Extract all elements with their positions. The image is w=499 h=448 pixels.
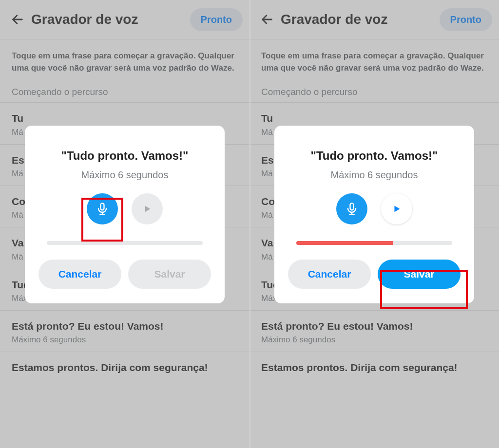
record-modal: "Tudo pronto. Vamos!" Máximo 6 segundos (274, 126, 474, 303)
play-button[interactable] (381, 193, 412, 224)
modal-max: Máximo 6 segundos (81, 169, 169, 181)
svg-rect-1 (101, 203, 104, 210)
play-button (132, 193, 163, 224)
microphone-icon (345, 202, 359, 216)
svg-rect-6 (350, 203, 354, 210)
play-icon (391, 204, 402, 214)
record-button[interactable] (336, 193, 367, 224)
record-modal: "Tudo pronto. Vamos!" Máximo 6 segundos (25, 126, 225, 303)
modal-phrase: "Tudo pronto. Vamos!" (61, 149, 189, 163)
record-button[interactable] (87, 193, 118, 224)
record-progress (296, 241, 452, 245)
svg-marker-4 (145, 206, 150, 212)
cancel-button[interactable]: Cancelar (288, 260, 371, 289)
save-button[interactable]: Salvar (378, 260, 461, 289)
right-screenshot: Gravador de voz Pronto Toque em uma fras… (250, 0, 499, 448)
save-button: Salvar (128, 260, 211, 289)
play-icon (142, 204, 153, 214)
record-progress (47, 241, 203, 245)
svg-marker-9 (394, 206, 400, 212)
left-screenshot: Gravador de voz Pronto Toque em uma fras… (0, 0, 250, 448)
modal-phrase: "Tudo pronto. Vamos!" (311, 149, 438, 163)
modal-max: Máximo 6 segundos (331, 169, 418, 181)
microphone-icon (96, 202, 109, 216)
cancel-button[interactable]: Cancelar (38, 260, 121, 289)
panel-divider (250, 0, 250, 448)
